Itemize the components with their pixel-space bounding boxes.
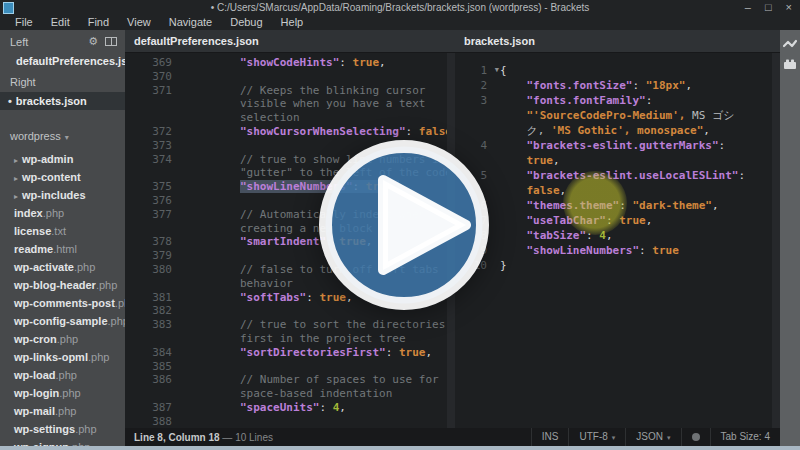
title-bar: • C:/Users/SMarcus/AppData/Roaming/Brack… bbox=[0, 0, 800, 30]
working-set-file-brackets.json[interactable]: •brackets.json bbox=[0, 92, 125, 110]
line-number bbox=[125, 97, 182, 111]
menu-navigate[interactable]: Navigate bbox=[160, 15, 221, 30]
tree-item-wp-links-opml[interactable]: wp-links-opml.php bbox=[0, 348, 125, 366]
code-line-2[interactable]: 2 "fonts.fontSize": "18px", bbox=[455, 78, 780, 93]
code-text: "tabSize": 4, bbox=[495, 228, 780, 243]
code-text: ク, 'MS Gothic', monospace", bbox=[495, 123, 780, 138]
line-number: 374 bbox=[125, 153, 182, 167]
menu-debug[interactable]: Debug bbox=[221, 15, 271, 30]
close-button[interactable]: × bbox=[786, 1, 792, 13]
tree-item-wp-config-sample[interactable]: wp-config-sample.php bbox=[0, 312, 125, 330]
code-line-wrap[interactable]: selection bbox=[125, 111, 455, 125]
menu-file[interactable]: File bbox=[6, 15, 42, 30]
code-line-369[interactable]: 369 "showCodeHints": true, bbox=[125, 56, 455, 70]
code-text: "fonts.fontSize": "18px", bbox=[495, 78, 780, 93]
sidebar: Left ⚙ defaultPreferences.json Right •br… bbox=[0, 30, 125, 446]
tab-size-setting[interactable]: Tab Size: 4 bbox=[710, 428, 780, 446]
tree-item-wp-login[interactable]: wp-login.php bbox=[0, 384, 125, 402]
tree-item-wp-blog-header[interactable]: wp-blog-header.php bbox=[0, 276, 125, 294]
code-text: first in the project tree bbox=[182, 332, 455, 346]
tree-item-wp-content[interactable]: ▸wp-content bbox=[0, 168, 125, 186]
code-line-wrap[interactable]: space-based indentation bbox=[125, 387, 455, 401]
editor-left-filename: defaultPreferences.json bbox=[125, 30, 455, 53]
line-number: 387 bbox=[125, 401, 182, 415]
live-preview-icon[interactable] bbox=[783, 38, 797, 50]
code-line-383[interactable]: 383 // true to sort the directories bbox=[125, 318, 455, 332]
code-line-384[interactable]: 384 "sortDirectoriesFirst": true, bbox=[125, 346, 455, 360]
code-line-wrap[interactable]: true, bbox=[455, 153, 780, 168]
line-number bbox=[125, 387, 182, 401]
working-set-left: defaultPreferences.json bbox=[0, 52, 125, 70]
tree-item-wp-mail[interactable]: wp-mail.php bbox=[0, 402, 125, 420]
code-line-372[interactable]: 372 "showCursorWhenSelecting": false, bbox=[125, 125, 455, 139]
menu-find[interactable]: Find bbox=[79, 15, 118, 30]
gear-icon[interactable]: ⚙ bbox=[88, 35, 98, 48]
working-set-file-defaultPreferences.json[interactable]: defaultPreferences.json bbox=[0, 52, 125, 70]
tree-item-wp-includes[interactable]: ▸wp-includes bbox=[0, 186, 125, 204]
code-line-wrap[interactable]: visible when you have a text bbox=[125, 97, 455, 111]
code-line-387[interactable]: 387 "spaceUnits": 4, bbox=[125, 401, 455, 415]
working-set-left-label: Left ⚙ bbox=[0, 30, 125, 52]
code-line-385[interactable]: 385 bbox=[125, 360, 455, 374]
line-number: 384 bbox=[125, 346, 182, 360]
code-text: { bbox=[495, 63, 780, 78]
code-line-6[interactable]: 6 "themes.theme": "dark-theme", bbox=[455, 198, 780, 213]
split-view-icon[interactable] bbox=[105, 37, 117, 46]
code-text: "showLineNumbers": true bbox=[495, 243, 780, 258]
fold-arrow-icon[interactable]: ▼ bbox=[495, 63, 499, 78]
menu-edit[interactable]: Edit bbox=[42, 15, 79, 30]
code-line-8[interactable]: 8 "tabSize": 4, bbox=[455, 228, 780, 243]
code-line-1[interactable]: 1▼{ bbox=[455, 63, 780, 78]
code-line-388[interactable]: 388 bbox=[125, 415, 455, 429]
line-number: 376 bbox=[125, 194, 182, 208]
tree-item-index[interactable]: index.php bbox=[0, 204, 125, 222]
overwrite-toggle[interactable]: INS bbox=[531, 428, 569, 446]
code-line-386[interactable]: 386 // Number of spaces to use for bbox=[125, 373, 455, 387]
code-line-370[interactable]: 370 bbox=[125, 70, 455, 84]
working-set-right: •brackets.json bbox=[0, 92, 125, 110]
tree-item-wp-admin[interactable]: ▸wp-admin bbox=[0, 150, 125, 168]
code-line-wrap[interactable]: first in the project tree bbox=[125, 332, 455, 346]
code-line-wrap[interactable]: false, bbox=[455, 183, 780, 198]
code-text: true, bbox=[495, 153, 780, 168]
code-line-wrap[interactable]: ク, 'MS Gothic', monospace", bbox=[455, 123, 780, 138]
editor-right-filename: brackets.json bbox=[455, 30, 780, 53]
tree-item-wp-comments-post[interactable]: wp-comments-post.php bbox=[0, 294, 125, 312]
tree-item-wp-cron[interactable]: wp-cron.php bbox=[0, 330, 125, 348]
code-text: "themes.theme": "dark-theme", bbox=[495, 198, 780, 213]
editor-right-scrollbar[interactable] bbox=[772, 53, 780, 450]
extension-manager-icon[interactable] bbox=[783, 58, 797, 70]
menu-bar: FileEditFindViewNavigateDebugHelp bbox=[6, 15, 312, 30]
code-line-7[interactable]: 7 "useTabChar": true, bbox=[455, 213, 780, 228]
maximize-button[interactable]: □ bbox=[765, 1, 772, 13]
minimize-button[interactable]: – bbox=[745, 1, 751, 13]
code-text: "fonts.fontFamily": bbox=[495, 93, 780, 108]
code-line-371[interactable]: 371 // Keeps the blinking cursor bbox=[125, 84, 455, 98]
code-line-10[interactable]: 10} bbox=[455, 258, 780, 273]
language-dropdown[interactable]: JSON▾ bbox=[625, 428, 680, 446]
tree-item-wp-settings[interactable]: wp-settings.php bbox=[0, 420, 125, 438]
line-number: 379 bbox=[125, 249, 182, 263]
project-dropdown[interactable]: wordpress▾ bbox=[0, 124, 125, 148]
menu-view[interactable]: View bbox=[118, 15, 160, 30]
code-text: "spaceUnits": 4, bbox=[182, 401, 455, 415]
editor-right-code[interactable]: 1▼{2 "fonts.fontSize": "18px",3 "fonts.f… bbox=[455, 53, 780, 450]
lint-status[interactable] bbox=[681, 428, 710, 446]
encoding-dropdown[interactable]: UTF-8▾ bbox=[568, 428, 625, 446]
menu-help[interactable]: Help bbox=[272, 15, 313, 30]
tree-item-license[interactable]: license.txt bbox=[0, 222, 125, 240]
code-line-3[interactable]: 3 "fonts.fontFamily": bbox=[455, 93, 780, 108]
code-line-wrap[interactable]: "'SourceCodePro-Medium', MS ゴシ bbox=[455, 108, 780, 123]
code-line-5[interactable]: 5 "brackets-eslint.useLocalESLint": bbox=[455, 168, 780, 183]
code-text: false, bbox=[495, 183, 780, 198]
video-play-button[interactable] bbox=[319, 140, 489, 310]
code-text: "'SourceCodePro-Medium', MS ゴシ bbox=[495, 108, 780, 123]
line-number: 386 bbox=[125, 373, 182, 387]
code-line-4[interactable]: 4 "brackets-eslint.gutterMarks": bbox=[455, 138, 780, 153]
line-number: 2 bbox=[455, 78, 495, 93]
code-line-9[interactable]: 9 "showLineNumbers": true bbox=[455, 243, 780, 258]
tree-item-wp-activate[interactable]: wp-activate.php bbox=[0, 258, 125, 276]
lint-status-icon bbox=[692, 433, 700, 441]
tree-item-wp-load[interactable]: wp-load.php bbox=[0, 366, 125, 384]
tree-item-readme[interactable]: readme.html bbox=[0, 240, 125, 258]
